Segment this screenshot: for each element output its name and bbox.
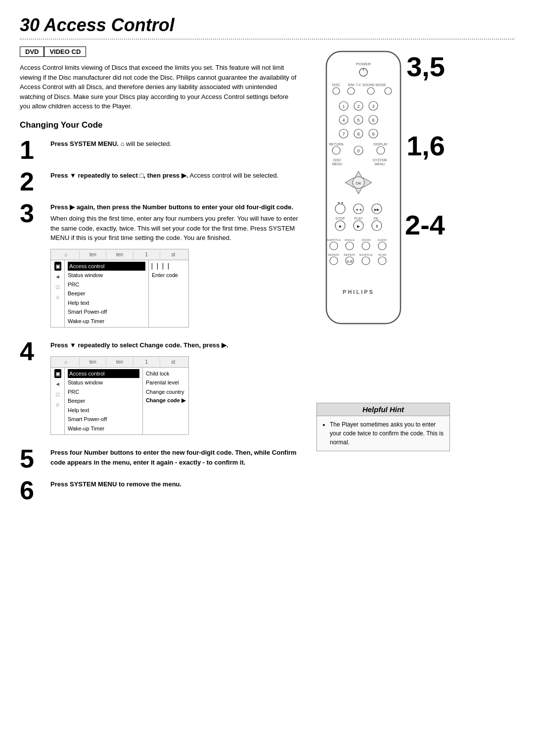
step-1-icon: ⌂ bbox=[121, 140, 125, 147]
svg-text:ANGLE: ANGLE bbox=[345, 238, 355, 241]
menu2-item-2: PRC bbox=[68, 387, 139, 397]
menu1-hdr-2: ten bbox=[106, 250, 133, 259]
menu1-item-5: Smart Power-off bbox=[68, 307, 145, 317]
svg-text:4: 4 bbox=[342, 118, 345, 123]
svg-text:A-B: A-B bbox=[347, 260, 353, 263]
svg-text:ZOOM: ZOOM bbox=[361, 238, 370, 241]
menu1-item-6: Wake-up Timer bbox=[68, 317, 145, 326]
step-5: 5 Press four Number buttons to enter the… bbox=[20, 446, 307, 472]
svg-text:5: 5 bbox=[357, 118, 359, 123]
menu2-hdr-2: ten bbox=[106, 358, 133, 366]
svg-point-75 bbox=[362, 257, 370, 265]
helpful-hint-item-0: The Player sometimes asks you to enter y… bbox=[330, 420, 444, 447]
helpful-hint-box: Helpful Hint The Player sometimes asks y… bbox=[316, 403, 450, 451]
section-title: Changing Your Code bbox=[20, 120, 307, 130]
svg-text:SUBTITLE: SUBTITLE bbox=[327, 238, 341, 241]
remote-area: 3,5 1,6 2-4 POWER DISC DIM T-C SOUND MOD… bbox=[316, 47, 445, 383]
menu1-hdr-4: st bbox=[160, 250, 186, 259]
remote-num-35: 3,5 bbox=[406, 51, 445, 82]
step-5-label: Press four Number buttons to enter the n… bbox=[50, 449, 297, 466]
right-column: 3,5 1,6 2-4 POWER DISC DIM T-C SOUND MOD… bbox=[316, 47, 475, 509]
step-6: 6 Press SYSTEM MENU to remove the menu. bbox=[20, 477, 307, 503]
menu1-hdr-3: 1 bbox=[134, 250, 160, 259]
step-4-content: Press ▼ repeatedly to select Change code… bbox=[50, 338, 307, 440]
divider bbox=[20, 39, 514, 40]
svg-text:SCAN: SCAN bbox=[378, 253, 387, 256]
menu2-icon-2: □ bbox=[56, 390, 59, 399]
menu2-item-4: Help text bbox=[68, 406, 139, 415]
svg-text:AUDIO: AUDIO bbox=[377, 238, 387, 241]
helpful-hint-body: The Player sometimes asks you to enter y… bbox=[317, 416, 449, 451]
svg-point-67 bbox=[378, 242, 386, 250]
menu2-icon-1: ◄ bbox=[55, 380, 60, 388]
svg-text:REPEAT: REPEAT bbox=[344, 253, 356, 256]
step-2: 2 Press ▼ repeatedly to select □, then p… bbox=[20, 169, 307, 194]
disc-badges: DVD VIDEO CD bbox=[20, 47, 307, 57]
step-2-content: Press ▼ repeatedly to select □, then pre… bbox=[50, 169, 307, 181]
svg-text:DISC: DISC bbox=[333, 158, 342, 162]
step-4: 4 Press ▼ repeatedly to select Change co… bbox=[20, 338, 307, 440]
svg-text:OK: OK bbox=[356, 181, 361, 186]
page-title: 30 Access Control bbox=[20, 15, 514, 36]
menu1-item-0: Access control bbox=[68, 262, 145, 271]
svg-point-66 bbox=[362, 242, 370, 250]
menu1-icon-1: ◄ bbox=[55, 273, 60, 281]
remote-svg: POWER DISC DIM T-C SOUND MODE 1 2 3 bbox=[316, 47, 410, 343]
step-6-label: Press SYSTEM MENU to remove the menu. bbox=[50, 480, 181, 488]
svg-point-30 bbox=[332, 146, 340, 154]
svg-text:8: 8 bbox=[357, 132, 359, 137]
step-3-label: Press ▶ again, then press the Number but… bbox=[50, 203, 293, 211]
step-1-content: Press SYSTEM MENU. ⌂ will be selected. bbox=[50, 137, 307, 149]
svg-point-65 bbox=[346, 242, 354, 250]
svg-text:⏸: ⏸ bbox=[375, 224, 379, 229]
intro-text: Access Control limits viewing of Discs t… bbox=[20, 63, 297, 111]
svg-text:SYSTEM: SYSTEM bbox=[373, 158, 387, 162]
svg-point-34 bbox=[377, 146, 385, 154]
svg-text:DISC: DISC bbox=[332, 83, 341, 87]
svg-text:0: 0 bbox=[357, 148, 359, 153]
step-5-content: Press four Number buttons to enter the n… bbox=[50, 446, 307, 467]
svg-point-9 bbox=[367, 88, 374, 94]
svg-point-64 bbox=[330, 242, 338, 250]
svg-point-72 bbox=[330, 257, 338, 265]
svg-text:DISPLAY: DISPLAY bbox=[373, 142, 388, 146]
step-1: 1 Press SYSTEM MENU. ⌂ will be selected. bbox=[20, 137, 307, 163]
step-1-label: Press SYSTEM MENU. bbox=[50, 140, 119, 147]
menu2-hdr-3: 1 bbox=[134, 358, 160, 366]
badge-vcd: VIDEO CD bbox=[44, 47, 86, 57]
step-3: 3 Press ▶ again, then press the Number b… bbox=[20, 200, 307, 333]
menu2-hdr-4: st bbox=[160, 358, 186, 366]
step-4-label: Press ▼ repeatedly to select Change code… bbox=[50, 341, 228, 349]
svg-text:REPEAT: REPEAT bbox=[328, 253, 340, 256]
menu1-hdr-1: ten bbox=[80, 250, 106, 259]
svg-text:DIM: DIM bbox=[348, 83, 355, 87]
badge-dvd: DVD bbox=[20, 47, 44, 57]
svg-text:MENU: MENU bbox=[332, 162, 343, 166]
step-2-label: Press ▼ repeatedly to select □, then pre… bbox=[50, 172, 188, 179]
svg-text:6: 6 bbox=[372, 118, 374, 123]
svg-text:■: ■ bbox=[339, 224, 342, 229]
step-3-num: 3 bbox=[20, 200, 45, 226]
step-3-body: When doing this the first time, enter an… bbox=[50, 214, 307, 243]
menu2-hdr-1: ten bbox=[80, 358, 106, 366]
svg-point-7 bbox=[333, 88, 340, 94]
menu1-hdr-0: ⌂ bbox=[53, 250, 80, 259]
svg-text:◄◄: ◄◄ bbox=[355, 208, 362, 211]
svg-point-76 bbox=[378, 257, 386, 265]
svg-text:POWER: POWER bbox=[356, 62, 371, 66]
step-6-content: Press SYSTEM MENU to remove the menu. bbox=[50, 477, 307, 489]
step-2-num: 2 bbox=[20, 169, 45, 194]
menu1-item-4: Help text bbox=[68, 298, 145, 308]
svg-point-46 bbox=[335, 204, 345, 214]
svg-text:PLAY: PLAY bbox=[354, 217, 363, 220]
menu1-item-3: Beeper bbox=[68, 289, 145, 298]
helpful-hint-title: Helpful Hint bbox=[317, 403, 449, 416]
svg-text:1: 1 bbox=[342, 104, 345, 109]
remote-num-16: 1,6 bbox=[406, 131, 445, 161]
menu2-item-6: Wake-up Timer bbox=[68, 424, 139, 433]
menu1-icon-0: ▣ bbox=[54, 262, 61, 271]
svg-text:T-C SOUND MODE: T-C SOUND MODE bbox=[356, 83, 386, 87]
svg-text:▶▶: ▶▶ bbox=[374, 208, 380, 211]
step-4-num: 4 bbox=[20, 338, 45, 364]
menu2-item-0: Access control bbox=[68, 369, 139, 378]
